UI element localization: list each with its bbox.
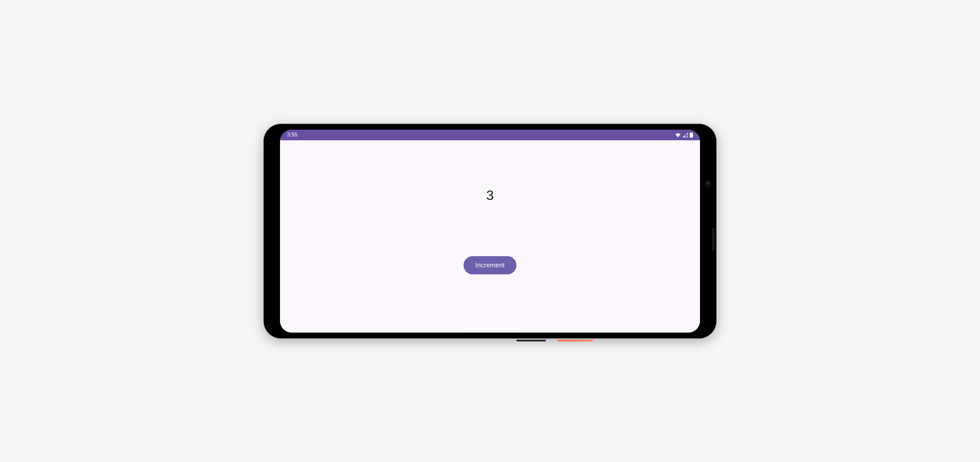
- screen: 3:55: [280, 130, 700, 333]
- counter-value: 3: [486, 187, 494, 203]
- battery-icon: [690, 132, 693, 138]
- power-button: [558, 340, 593, 341]
- volume-button: [517, 340, 546, 341]
- status-bar-left: 3:55: [287, 132, 298, 138]
- device-inner: 3:55: [278, 128, 702, 334]
- status-bar: 3:55: [280, 130, 700, 140]
- status-bar-right: [675, 132, 693, 138]
- svg-rect-1: [691, 132, 692, 133]
- speaker-grille: [712, 228, 715, 251]
- cellular-signal-icon: [682, 133, 688, 137]
- svg-rect-0: [690, 133, 693, 138]
- front-camera: [705, 181, 712, 187]
- wifi-icon: [675, 133, 681, 137]
- increment-button[interactable]: Increment: [463, 256, 517, 275]
- app-content: 3 Increment: [280, 140, 700, 333]
- device-frame: 3:55: [264, 124, 716, 338]
- navigation-handle[interactable]: [463, 328, 517, 330]
- status-time: 3:55: [287, 132, 298, 138]
